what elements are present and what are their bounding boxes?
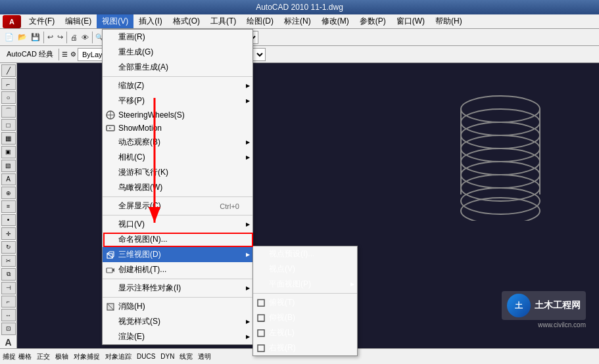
watermark: 土 土木工程网 www.civilcn.com [502, 291, 586, 329]
layer-props-icon[interactable]: ⚙ [69, 51, 78, 58]
menu-format[interactable]: 格式(O) [168, 14, 205, 28]
menu-params[interactable]: 参数(P) [354, 14, 391, 28]
menu-camera[interactable]: 相机(C) ▶ [103, 150, 252, 165]
sub-right[interactable]: 右视(R) [253, 340, 357, 355]
menu-display[interactable]: 显示注释性对象(I) ▶ [103, 281, 252, 296]
menu-walkfly[interactable]: 漫游和飞行(K) [103, 165, 252, 180]
menu-aerial[interactable]: 鸟瞰视图(W) [103, 180, 252, 195]
lw-btn[interactable]: 线宽 [180, 352, 193, 361]
dyn-btn[interactable]: DYN [160, 353, 174, 360]
menu-render[interactable]: 渲染(E) ▶ [103, 329, 252, 344]
autocad-classic-label: AutoCAD 经典 [3, 49, 57, 59]
menu-tools[interactable]: 工具(T) [205, 14, 241, 28]
left-label: 左视(L) [269, 327, 295, 338]
menu-edit[interactable]: 编辑(E) [60, 14, 97, 28]
menu-steering[interactable]: SteeringWheels(S) [103, 108, 252, 122]
tool-text[interactable]: A [1, 173, 16, 186]
menu-zoom[interactable]: 缩放(Z) ▶ [103, 78, 252, 93]
redo-icon[interactable]: ↪ [55, 32, 65, 42]
menu-createcam[interactable]: 创建相机(T)... [103, 262, 252, 277]
menu-file[interactable]: 文件(F) [24, 14, 60, 28]
open-icon[interactable]: 📂 [16, 32, 29, 42]
menu-regenall[interactable]: 全部重生成(A) [103, 60, 252, 75]
wm-circle: 土 [507, 294, 531, 317]
sep-5 [103, 297, 252, 298]
tool-insert[interactable]: ⊕ [1, 187, 16, 199]
sub-sep1 [253, 293, 357, 294]
tp-btn[interactable]: 透明 [198, 352, 211, 361]
tool-region[interactable]: ▧ [1, 160, 16, 172]
view-label: 视点(V) [269, 263, 295, 275]
tool-hatch[interactable]: ▦ [1, 132, 16, 145]
sub-left[interactable]: 左视(L) [253, 325, 357, 340]
tool-a-large[interactable]: A [1, 336, 16, 348]
menu-insert[interactable]: 插入(I) [133, 14, 167, 28]
undo-icon[interactable]: ↩ [45, 32, 55, 42]
menu-help[interactable]: 帮助(H) [430, 14, 467, 28]
tool-arc[interactable]: ⌒ [1, 105, 16, 118]
menu-modify[interactable]: 修改(M) [316, 14, 354, 28]
menu-dynamic[interactable]: 动态观察(B) ▶ [103, 135, 252, 150]
tool-polyline[interactable]: ⌐ [1, 78, 16, 91]
pan-label: 平移(P) [118, 95, 145, 106]
tool-attrib[interactable]: ≡ [1, 200, 16, 213]
sub-planview[interactable]: 平面视图(P) ▶ [253, 277, 357, 292]
grid-btn[interactable]: 栅格 [18, 352, 32, 361]
save-icon[interactable]: 💾 [29, 32, 42, 42]
otrack-btn[interactable]: 对象追踪 [105, 352, 132, 361]
tool-point[interactable]: • [1, 214, 16, 227]
menu-namedviews[interactable]: 命名视图(N)... [103, 232, 252, 247]
preview-icon[interactable]: 👁 [80, 33, 91, 42]
menu-dim[interactable]: 标注(N) [279, 14, 316, 28]
steering-icon [105, 110, 116, 120]
sub-view[interactable]: 视点(V) [253, 262, 357, 277]
menu-redraw[interactable]: 重画(R) [103, 30, 252, 45]
bottom-view-icon [256, 313, 266, 323]
menu-visual[interactable]: 视觉样式(S) ▶ [103, 314, 252, 329]
sep3 [92, 32, 93, 43]
zoom-arrow: ▶ [246, 83, 250, 89]
menu-3dviews[interactable]: 三维视图(D) ▶ 视点预设(I)... 视点(V) 平面视图(P) ▶ [103, 247, 252, 262]
view-menu-dropdown[interactable]: 重画(R) 重生成(G) 全部重生成(A) 缩放(Z) ▶ 平移(P) ▶ St… [102, 29, 253, 345]
menu-window[interactable]: 窗口(W) [391, 14, 430, 28]
sep2 [66, 32, 67, 43]
layer-icon[interactable]: ☰ [60, 51, 69, 58]
menu-fullscreen[interactable]: 全屏显示(C) Ctrl+0 [103, 198, 252, 214]
osnap-btn[interactable]: 对象捕捉 [74, 352, 100, 361]
display-label: 显示注释性对象(I) [118, 283, 181, 294]
menu-pan[interactable]: 平移(P) ▶ [103, 93, 252, 108]
tool-stretch[interactable]: ↔ [1, 309, 16, 321]
tool-circle[interactable]: ○ [1, 91, 16, 104]
sub-viewpreset[interactable]: 视点预设(I)... [253, 246, 357, 262]
tool-mirror[interactable]: ⊣ [1, 282, 16, 294]
tool-trim[interactable]: ✂ [1, 255, 16, 267]
new-icon[interactable]: 📄 [3, 32, 16, 42]
tool-move[interactable]: ✛ [1, 227, 16, 240]
tool-rotate[interactable]: ↻ [1, 241, 16, 254]
ortho-btn[interactable]: 正交 [37, 352, 50, 361]
menu-hide[interactable]: 消隐(H) [103, 299, 252, 314]
ducs-btn[interactable]: DUCS [137, 353, 155, 360]
camera-arrow: ▶ [246, 154, 250, 160]
menu-draw[interactable]: 绘图(D) [241, 14, 279, 28]
walkfly-label: 漫游和飞行(K) [118, 167, 168, 178]
tool-gradient[interactable]: ▣ [1, 146, 16, 158]
sep-3 [103, 215, 252, 216]
menu-viewport[interactable]: 视口(V) ▶ [103, 217, 252, 232]
plot-icon[interactable]: 🖨 [68, 33, 80, 42]
tool-line[interactable]: ╱ [1, 64, 16, 77]
submenu-3dviews[interactable]: 视点预设(I)... 视点(V) 平面视图(P) ▶ 俯视(T) [252, 246, 358, 356]
tool-copy[interactable]: ⧉ [1, 268, 16, 281]
menu-regen[interactable]: 重生成(G) [103, 45, 252, 60]
sub-top[interactable]: 俯视(T) [253, 295, 357, 310]
display-arrow: ▶ [246, 285, 250, 291]
snap-btn[interactable]: 捕捉 [3, 352, 16, 361]
tool-fillet[interactable]: ⌐ [1, 296, 16, 308]
sep-2 [103, 196, 252, 197]
polar-btn[interactable]: 极轴 [55, 352, 68, 361]
sub-bottom[interactable]: 仰视(B) [253, 310, 357, 325]
menu-showmotion[interactable]: ShowMotion [103, 122, 252, 135]
tool-scale[interactable]: ⊡ [1, 323, 16, 335]
tool-rect[interactable]: □ [1, 119, 16, 131]
menu-view[interactable]: 视图(V) [97, 14, 133, 28]
